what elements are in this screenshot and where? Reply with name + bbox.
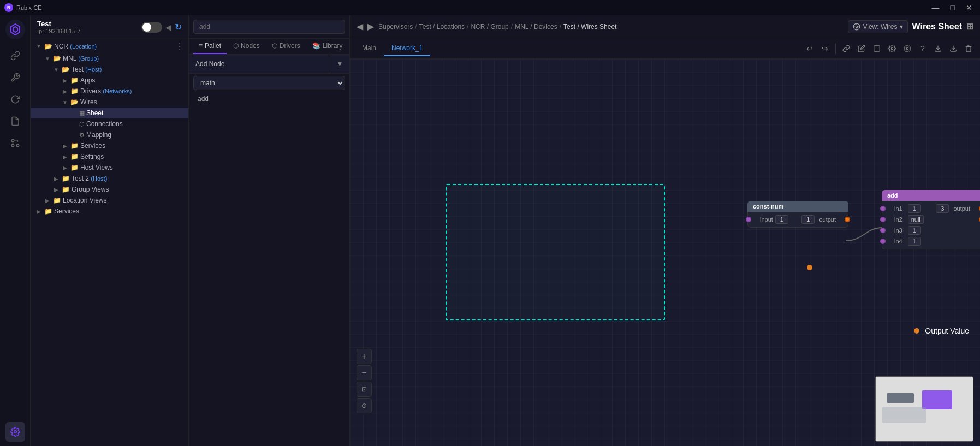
tree-item-host-views[interactable]: ▶ 📁 Host Views <box>31 162 188 173</box>
tab-drivers[interactable]: ⬡ Drivers <box>266 39 306 54</box>
forward-button[interactable]: ▶ <box>367 21 374 32</box>
ncr-options[interactable]: ⋮ <box>175 41 184 51</box>
port-label-in4: in4 <box>894 238 902 245</box>
tree-item-connections[interactable]: ⬡ Connections <box>31 118 188 129</box>
zoom-in-button[interactable]: + <box>357 349 372 364</box>
port-value-in4[interactable]: 1 <box>908 237 921 246</box>
port-dot-in2[interactable] <box>880 217 886 222</box>
breadcrumb-ncr-group[interactable]: NCR / Group <box>471 23 508 31</box>
location-views-label: Location Views <box>63 197 107 204</box>
port-value-in2[interactable]: null <box>908 215 924 224</box>
node-const-num[interactable]: const-num input 1 1 output <box>747 201 848 228</box>
minimize-button[interactable]: — <box>929 2 943 13</box>
file-sidebar-button[interactable] <box>5 111 25 131</box>
port-value-output-add[interactable]: 3 <box>936 204 949 213</box>
tree-scroll[interactable]: ▼ 📂 NCR (Location) ⋮ ▼ 📂 MNL (Group) <box>31 39 188 446</box>
tree-item-services[interactable]: ▶ 📁 Services <box>31 140 188 151</box>
link-sidebar-button[interactable] <box>5 46 25 66</box>
redo-button[interactable]: ↪ <box>818 41 832 56</box>
download2-toolbar-button[interactable] <box>946 41 960 56</box>
tab-nodes[interactable]: ⬡ Nodes <box>228 39 265 54</box>
breadcrumb-wires-sheet[interactable]: Test / Wires Sheet <box>563 23 616 31</box>
gear1-toolbar-button[interactable] <box>885 41 899 56</box>
port-dot-in4[interactable] <box>880 239 886 244</box>
node-add-header: add <box>882 190 980 201</box>
download1-toolbar-button[interactable] <box>931 41 945 56</box>
tree-refresh-button[interactable]: ↻ <box>175 22 182 32</box>
refresh-sidebar-button[interactable] <box>5 90 25 109</box>
tree-item-settings[interactable]: ▶ 📁 Settings <box>31 151 188 162</box>
tree-item-mnl[interactable]: ▼ 📂 MNL (Group) <box>31 53 188 64</box>
tree-item-wires[interactable]: ▼ 📂 Wires <box>31 97 188 108</box>
app-layout: Test Ip: 192.168.15.7 ◀ ↻ ▼ 📂 NCR (Locat… <box>0 15 980 446</box>
settings-sidebar-button[interactable] <box>5 422 25 442</box>
tree-item-services-root[interactable]: ▶ 📁 Services <box>31 206 188 217</box>
wrench-sidebar-button[interactable] <box>5 68 25 87</box>
breadcrumb-mnl-devices[interactable]: MNL / Devices <box>515 23 557 31</box>
question-toolbar-button[interactable]: ? <box>916 41 930 56</box>
folder-icon-test2: 📁 <box>62 175 70 182</box>
edit-toolbar-button[interactable] <box>854 41 869 56</box>
back-button[interactable]: ◀ <box>357 21 363 32</box>
port-value-input[interactable]: 1 <box>775 215 788 224</box>
tree-collapse-button[interactable]: ◀ <box>165 23 171 32</box>
port-value-output-const[interactable]: 1 <box>801 215 815 224</box>
port-dot-input[interactable] <box>746 217 751 222</box>
breadcrumb-test-locations[interactable]: Test / Locations <box>419 23 465 31</box>
maximize-button[interactable]: □ <box>947 2 958 13</box>
tree-item-test2[interactable]: ▶ 📁 Test 2 (Host) <box>31 173 188 184</box>
tree-chevron-settings: ▶ <box>61 154 69 160</box>
node-list-item-add[interactable]: add <box>193 92 345 105</box>
canvas-title: Wires Sheet ⊞ <box>912 21 973 32</box>
view-selector[interactable]: View: Wires ▾ <box>848 20 907 33</box>
close-button[interactable]: ✕ <box>963 2 976 13</box>
link-toolbar-button[interactable] <box>839 41 853 56</box>
search-input[interactable]: add <box>193 20 345 34</box>
category-select[interactable]: math logic compare <box>193 76 345 90</box>
git-sidebar-button[interactable] <box>5 133 25 153</box>
port-label-output-add: output <box>953 205 970 212</box>
port-value-in3[interactable]: 1 <box>908 226 921 235</box>
undo-button[interactable]: ↩ <box>803 41 817 56</box>
tree-item-test-host[interactable]: ▼ 📂 Test (Host) <box>31 64 188 75</box>
tree-item-ncr[interactable]: ▼ 📂 NCR (Location) ⋮ <box>31 39 188 53</box>
port-dot-in3[interactable] <box>880 228 886 233</box>
port-row-input: input 1 1 output <box>748 214 848 225</box>
node-add[interactable]: add in1 1 3 output <box>882 190 980 249</box>
tab-pallet[interactable]: ≡ Pallet <box>193 39 227 54</box>
tree-item-location-views[interactable]: ▶ 📁 Location Views <box>31 195 188 206</box>
port-dot-in1[interactable] <box>880 206 886 211</box>
trash-toolbar-button[interactable] <box>961 41 976 56</box>
tab-network1[interactable]: Network_1 <box>384 41 430 56</box>
canvas-main[interactable]: const-num input 1 1 output <box>350 59 980 446</box>
gear2-toolbar-button[interactable] <box>900 41 914 56</box>
folder-icon-group-views: 📁 <box>62 186 70 193</box>
breadcrumb: Supervisors / Test / Locations / NCR / G… <box>378 23 844 31</box>
toolbar-divider-1 <box>835 43 836 54</box>
zoom-reset-button[interactable]: ⊙ <box>357 398 372 413</box>
view-selector-label: View: Wires <box>863 23 897 31</box>
zoom-fit-button[interactable]: ⊡ <box>357 382 372 397</box>
minimap[interactable] <box>875 376 973 442</box>
logo <box>5 20 25 39</box>
square-toolbar-button[interactable] <box>870 41 884 56</box>
connections-icon: ⬡ <box>79 121 85 128</box>
tree-item-group-views[interactable]: ▶ 📁 Group Views <box>31 184 188 195</box>
port-value-in1[interactable]: 1 <box>908 204 921 213</box>
add-node-expand-button[interactable]: ▼ <box>330 55 349 73</box>
folder-open-icon-test: 📂 <box>62 66 70 73</box>
tree-item-apps[interactable]: ▶ 📁 Apps <box>31 75 188 86</box>
folder-icon-location-views: 📁 <box>53 197 61 204</box>
tab-library[interactable]: 📚 Library <box>307 39 348 54</box>
folder-open-icon-mnl: 📂 <box>53 55 61 62</box>
tree-item-sheet[interactable]: ▦ Sheet <box>31 108 188 118</box>
breadcrumb-supervisors[interactable]: Supervisors <box>378 23 413 31</box>
zoom-out-button[interactable]: − <box>357 365 372 380</box>
port-label-in3: in3 <box>894 227 902 234</box>
minimap-selection <box>882 407 926 423</box>
toggle-switch[interactable] <box>141 22 162 33</box>
tree-item-mapping[interactable]: ⚙ Mapping <box>31 129 188 140</box>
port-dot-output-const[interactable] <box>845 217 850 222</box>
tab-main[interactable]: Main <box>354 41 384 56</box>
tree-item-drivers[interactable]: ▶ 📁 Drivers (Networks) <box>31 86 188 97</box>
